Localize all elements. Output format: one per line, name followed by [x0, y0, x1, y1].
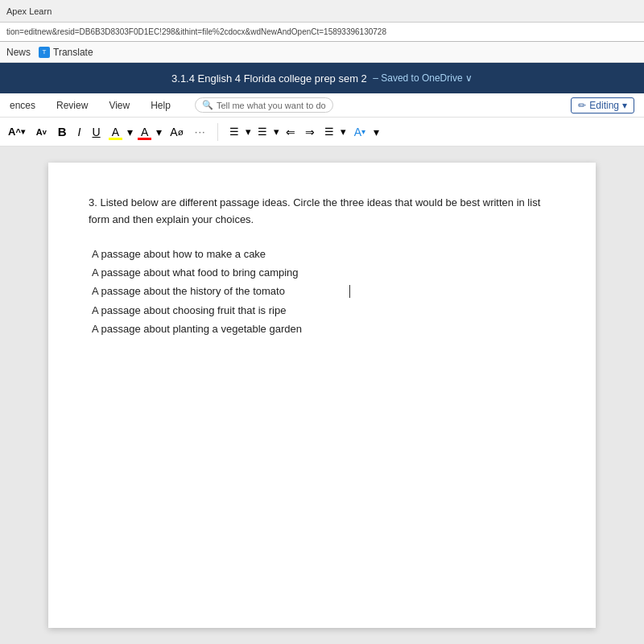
passage-list: A passage about how to make a cake A pas…	[89, 245, 555, 339]
align-dropdown[interactable]: ▾	[341, 126, 346, 138]
editing-label: Editing	[589, 100, 619, 111]
tab-label: Apex Learn	[6, 6, 52, 16]
bold-button[interactable]: B	[55, 123, 70, 140]
font-size-up-button[interactable]: A^	[5, 124, 28, 139]
highlight-button[interactable]: A	[109, 124, 122, 140]
pencil-icon	[578, 100, 586, 111]
numbered-list-button[interactable]: ☰	[254, 124, 270, 139]
subscript-button[interactable]: Aø	[167, 124, 186, 140]
ribbon-menu: ences Review View Help Tell me what you …	[0, 93, 644, 118]
highlight-label: A	[112, 126, 119, 138]
styles-button[interactable]: A▾	[351, 124, 369, 140]
font-size-down-button[interactable]: Av	[33, 126, 50, 138]
translate-button[interactable]: T Translate	[39, 47, 93, 58]
underline-button[interactable]: U	[89, 124, 104, 140]
ribbon-review[interactable]: Review	[53, 98, 91, 113]
list-item: A passage about planting a vegetable gar…	[89, 320, 555, 338]
tell-me-box[interactable]: Tell me what you want to do	[195, 97, 333, 113]
question-number: 3.	[89, 196, 97, 208]
font-color-label: A	[141, 126, 148, 138]
document-title: 3.1.4 English 4 Florida college prep sem…	[171, 72, 367, 85]
translate-icon: T	[39, 47, 50, 58]
font-color-dropdown-icon[interactable]: ▾	[156, 126, 162, 138]
italic-button[interactable]: I	[75, 124, 85, 140]
search-icon	[202, 100, 213, 110]
align-button[interactable]: ☰	[321, 124, 337, 139]
list-item: A passage about the history of the tomat…	[89, 282, 555, 300]
news-link[interactable]: News	[6, 47, 31, 58]
document-page[interactable]: 3. Listed below are different passage id…	[48, 163, 596, 628]
ribbon-references[interactable]: ences	[6, 98, 39, 113]
list-item: A passage about choosing fruit that is r…	[89, 301, 555, 320]
numbered-list-dropdown[interactable]: ▾	[274, 126, 279, 138]
passage-item-1: A passage about how to make a cake	[92, 245, 266, 263]
ribbon-help[interactable]: Help	[147, 98, 174, 113]
indent-increase-button[interactable]: ⇒	[302, 124, 318, 140]
document-content-area: 3. Listed below are different passage id…	[0, 147, 644, 644]
font-color-button[interactable]: A	[138, 124, 151, 140]
list-formatting-group: ☰ ▾ ☰ ▾ ⇐ ⇒ ☰ ▾	[226, 124, 346, 140]
chevron-down-icon: ▾	[622, 100, 627, 111]
formatting-toolbar: A^ Av B I U A ▾ A ▾ Aø ··· ☰ ▾ ☰ ▾ ⇐ ⇒ ☰…	[0, 118, 644, 147]
bullet-list-button[interactable]: ☰	[226, 124, 242, 139]
editing-button[interactable]: Editing ▾	[571, 97, 634, 114]
word-document: 3.1.4 English 4 Florida college prep sem…	[0, 63, 644, 644]
url-text: tion=editnew&resid=DB6B3D8303F0D1EC!298&…	[6, 27, 386, 36]
text-cursor	[349, 285, 350, 298]
passage-item-4: A passage about choosing fruit that is r…	[92, 304, 286, 316]
saved-status: – Saved to OneDrive ∨	[370, 72, 473, 84]
list-item: A passage about what food to bring campi…	[89, 263, 555, 282]
browser-toolbar: News T Translate	[0, 42, 644, 63]
browser-tab-bar: Apex Learn	[0, 0, 644, 23]
highlight-dropdown-icon[interactable]: ▾	[127, 126, 133, 138]
question-body: Listed below are different passage ideas…	[89, 196, 540, 225]
passage-item-5: A passage about planting a vegetable gar…	[92, 323, 302, 335]
url-bar[interactable]: tion=editnew&resid=DB6B3D8303F0D1EC!298&…	[0, 23, 644, 42]
question-3: 3. Listed below are different passage id…	[89, 195, 555, 229]
passage-item-3: A passage about the history of the tomat…	[92, 282, 285, 300]
toolbar-separator	[217, 123, 218, 141]
ribbon-view[interactable]: View	[105, 98, 133, 113]
highlight-color-bar	[109, 138, 122, 140]
styles-dropdown[interactable]: ▾	[374, 126, 379, 138]
indent-decrease-button[interactable]: ⇐	[283, 124, 299, 140]
more-formatting-button[interactable]: ···	[192, 124, 209, 139]
passage-item-2: A passage about what food to bring campi…	[92, 263, 299, 282]
list-item: A passage about how to make a cake	[89, 245, 555, 263]
translate-label: Translate	[53, 47, 93, 58]
word-title-bar: 3.1.4 English 4 Florida college prep sem…	[0, 63, 644, 93]
tell-me-text: Tell me what you want to do	[217, 101, 326, 110]
bullet-list-dropdown[interactable]: ▾	[246, 126, 251, 138]
font-color-bar	[138, 138, 151, 140]
